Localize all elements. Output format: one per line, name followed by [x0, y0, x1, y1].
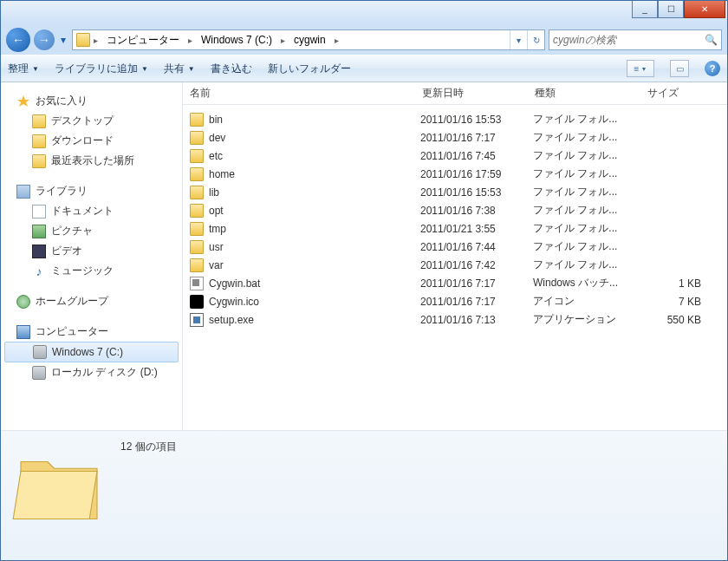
- sidebar-item-ddrive[interactable]: ローカル ディスク (D:): [1, 362, 182, 382]
- sidebar-item-recent[interactable]: 最近表示した場所: [1, 151, 182, 171]
- file-name: lib: [209, 186, 420, 199]
- file-row[interactable]: Cygwin.ico2011/01/16 7:17アイコン7 KB: [183, 292, 727, 310]
- homegroup-icon: [16, 295, 30, 309]
- maximize-button[interactable]: ☐: [658, 1, 684, 18]
- search-box[interactable]: 🔍: [549, 29, 722, 50]
- forward-button[interactable]: →: [34, 29, 55, 50]
- new-folder-button[interactable]: 新しいフォルダー: [268, 62, 351, 76]
- file-row[interactable]: etc2011/01/16 7:45ファイル フォル...: [183, 147, 727, 165]
- chevron-right-icon[interactable]: ▸: [279, 36, 287, 45]
- file-row[interactable]: var2011/01/16 7:42ファイル フォル...: [183, 256, 727, 274]
- drive-icon: [33, 345, 47, 359]
- favorites-header[interactable]: お気に入り: [1, 91, 182, 111]
- breadcrumb-segment[interactable]: コンピューター: [101, 30, 185, 49]
- folder-icon: [190, 204, 204, 218]
- file-row[interactable]: setup.exe2011/01/16 7:13アプリケーション550 KB: [183, 310, 727, 329]
- breadcrumb[interactable]: ▸ コンピューター ▸ Windows 7 (C:) ▸ cygwin ▸ ▾ …: [72, 29, 545, 50]
- refresh-button[interactable]: ↻: [527, 30, 544, 49]
- file-size: 1 KB: [646, 277, 727, 290]
- sidebar-item-music[interactable]: ♪ミュージック: [1, 261, 182, 281]
- file-row[interactable]: Cygwin.bat2011/01/16 7:17Windows バッチ...1…: [183, 274, 727, 292]
- folder-icon: [32, 154, 46, 168]
- homegroup-header[interactable]: ホームグループ: [1, 291, 182, 311]
- add-to-library-button[interactable]: ライブラリに追加▼: [55, 62, 148, 76]
- batch-icon: [190, 277, 204, 290]
- file-name: Cygwin.ico: [209, 296, 420, 308]
- details-summary: 12 個の項目: [120, 438, 177, 454]
- file-date: 2011/01/16 7:13: [420, 314, 533, 326]
- file-name: tmp: [209, 223, 420, 235]
- sidebar-item-desktop[interactable]: デスクトップ: [1, 111, 182, 131]
- file-name: etc: [209, 150, 420, 162]
- chevron-right-icon[interactable]: ▸: [92, 36, 100, 45]
- details-pane: 12 個の項目: [1, 430, 727, 560]
- help-button[interactable]: ?: [705, 61, 720, 76]
- file-name: var: [209, 259, 420, 271]
- search-icon[interactable]: 🔍: [705, 34, 718, 46]
- search-input[interactable]: [553, 34, 705, 46]
- sidebar-item-cdrive[interactable]: Windows 7 (C:): [4, 342, 179, 362]
- file-date: 2011/01/16 7:17: [420, 296, 533, 308]
- back-button[interactable]: ←: [6, 28, 30, 52]
- folder-icon: [190, 222, 204, 236]
- sidebar-item-videos[interactable]: ビデオ: [1, 241, 182, 261]
- column-type[interactable]: 種類: [528, 82, 640, 104]
- file-name: home: [209, 168, 420, 180]
- view-options-button[interactable]: ≡ ▼: [627, 60, 654, 77]
- minimize-button[interactable]: _: [632, 1, 658, 18]
- file-date: 2011/01/16 7:42: [420, 259, 533, 271]
- file-row[interactable]: lib2011/01/16 15:53ファイル フォル...: [183, 183, 727, 201]
- libraries-header[interactable]: ライブラリ: [1, 181, 182, 201]
- file-name: dev: [209, 132, 420, 144]
- folder-icon: [190, 240, 204, 254]
- file-date: 2011/01/16 15:53: [420, 114, 533, 126]
- library-icon: [16, 185, 30, 199]
- file-row[interactable]: opt2011/01/16 7:38ファイル フォル...: [183, 201, 727, 219]
- folder-icon: [190, 186, 204, 199]
- nav-history-dropdown[interactable]: ▾: [58, 35, 68, 45]
- breadcrumb-segment[interactable]: Windows 7 (C:): [196, 30, 277, 49]
- file-row[interactable]: dev2011/01/16 7:17ファイル フォル...: [183, 128, 727, 147]
- file-name: bin: [209, 114, 420, 126]
- star-icon: [16, 95, 30, 108]
- file-row[interactable]: tmp2011/01/21 3:55ファイル フォル...: [183, 219, 727, 238]
- file-date: 2011/01/16 7:17: [420, 277, 533, 290]
- picture-icon: [32, 225, 46, 238]
- chevron-right-icon[interactable]: ▸: [333, 36, 341, 45]
- file-date: 2011/01/16 7:44: [420, 241, 533, 253]
- column-size[interactable]: サイズ: [640, 82, 727, 104]
- file-type: Windows バッチ...: [533, 276, 646, 290]
- file-date: 2011/01/16 7:45: [420, 150, 533, 162]
- folder-icon: [190, 131, 204, 145]
- breadcrumb-segment[interactable]: cygwin: [289, 30, 331, 49]
- file-rows: bin2011/01/16 15:53ファイル フォル...dev2011/01…: [183, 105, 727, 430]
- share-button[interactable]: 共有▼: [164, 62, 195, 76]
- file-row[interactable]: bin2011/01/16 15:53ファイル フォル...: [183, 110, 727, 128]
- file-name: opt: [209, 205, 420, 217]
- file-type: ファイル フォル...: [533, 221, 646, 236]
- chevron-right-icon[interactable]: ▸: [186, 36, 194, 45]
- column-date[interactable]: 更新日時: [415, 82, 528, 104]
- file-row[interactable]: usr2011/01/16 7:44ファイル フォル...: [183, 238, 727, 256]
- close-button[interactable]: ✕: [684, 1, 725, 18]
- burn-button[interactable]: 書き込む: [211, 62, 252, 76]
- navigation-pane: お気に入り デスクトップ ダウンロード 最近表示した場所 ライブラリ ドキュメン…: [1, 82, 183, 430]
- file-type: アイコン: [533, 294, 646, 309]
- computer-header[interactable]: コンピューター: [1, 322, 182, 342]
- file-size: 550 KB: [646, 314, 727, 326]
- explorer-window: _ ☐ ✕ ← → ▾ ▸ コンピューター ▸ Windows 7 (C:) ▸…: [0, 0, 728, 561]
- column-headers: 名前 更新日時 種類 サイズ: [183, 82, 727, 105]
- file-type: ファイル フォル...: [533, 258, 646, 272]
- file-date: 2011/01/16 7:17: [420, 132, 533, 144]
- file-row[interactable]: home2011/01/16 17:59ファイル フォル...: [183, 165, 727, 183]
- document-icon: [32, 205, 46, 219]
- organize-button[interactable]: 整理▼: [8, 62, 39, 76]
- preview-pane-button[interactable]: ▭: [670, 60, 689, 77]
- sidebar-item-pictures[interactable]: ピクチャ: [1, 221, 182, 241]
- sidebar-item-documents[interactable]: ドキュメント: [1, 201, 182, 221]
- sidebar-item-downloads[interactable]: ダウンロード: [1, 131, 182, 151]
- file-type: ファイル フォル...: [533, 166, 646, 181]
- file-date: 2011/01/21 3:55: [420, 223, 533, 235]
- column-name[interactable]: 名前: [183, 82, 415, 104]
- address-dropdown-icon[interactable]: ▾: [510, 30, 527, 49]
